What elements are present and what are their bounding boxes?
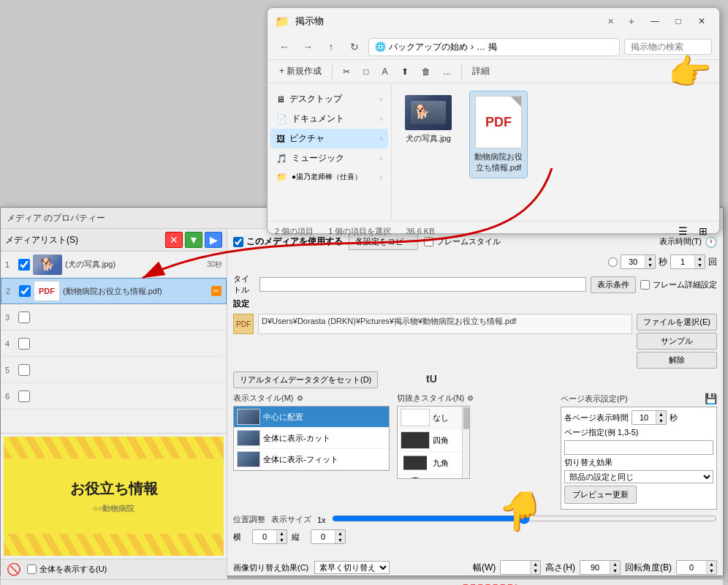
forward-btn[interactable]: → xyxy=(298,37,317,56)
row-check-5[interactable] xyxy=(18,364,30,376)
each-page-up[interactable]: ▲ xyxy=(656,411,666,418)
pos-x-down[interactable]: ▼ xyxy=(276,537,287,543)
hand-pointer-explorer: 👉 xyxy=(668,52,712,93)
cut-btn[interactable]: ✂ xyxy=(338,64,354,79)
row-check-2[interactable] xyxy=(19,285,31,297)
row-check-6[interactable] xyxy=(18,390,30,402)
status-selected: 1 個の項目を選択 xyxy=(328,226,391,237)
more-btn[interactable]: ... xyxy=(439,64,455,79)
file-select-btn[interactable]: ファイルを選択(E) xyxy=(637,314,717,331)
close-btn[interactable]: ✕ xyxy=(691,14,712,29)
address-bar[interactable]: 🌐 バックアップの始め › … 掲 xyxy=(368,38,620,56)
time-radio1 xyxy=(608,257,618,267)
img-transition-select[interactable]: 素早く切り替え xyxy=(314,561,390,574)
view-list-btn[interactable]: ☰ xyxy=(674,224,691,238)
pos-y-up[interactable]: ▲ xyxy=(335,530,345,537)
cut-circle[interactable]: 円 xyxy=(398,475,469,479)
frame-detail-checkbox[interactable] xyxy=(640,280,650,290)
sidebar-item-documents[interactable]: 📄 ドキュメント › xyxy=(270,109,388,129)
sidebar-item-music[interactable]: 🎵 ミュージック › xyxy=(270,148,388,168)
sidebar-item-extra[interactable]: 📁 ●湯乃老师棒（仕喜） › xyxy=(270,168,388,186)
back-btn[interactable]: ← xyxy=(275,37,294,56)
transition-select[interactable]: 部品の設定と同じ xyxy=(564,470,713,483)
style-cut[interactable]: 全体に表示-カット xyxy=(234,428,389,449)
display-style-icon[interactable]: ⚙ xyxy=(297,394,303,402)
width-spinner: ▲ ▼ xyxy=(500,560,541,575)
pos-x-up[interactable]: ▲ xyxy=(276,530,287,537)
each-page-down[interactable]: ▼ xyxy=(656,418,666,424)
display-size-value: 1x xyxy=(317,516,326,524)
height-up[interactable]: ▲ xyxy=(610,561,620,567)
share-btn[interactable]: ⬆ xyxy=(397,64,413,79)
width-up[interactable]: ▲ xyxy=(530,561,540,567)
tab-close-btn[interactable]: ✕ xyxy=(603,15,618,28)
display-time-input2[interactable]: 1 xyxy=(671,257,694,266)
full-display-check[interactable] xyxy=(27,565,37,574)
sidebar-item-desktop[interactable]: 🖥 デスクトップ › xyxy=(270,89,388,109)
delete-btn[interactable]: 🗑 xyxy=(417,64,435,79)
sample-btn[interactable]: サンプル xyxy=(637,333,717,350)
music-icon: 🎵 xyxy=(276,154,287,164)
height-down[interactable]: ▼ xyxy=(610,567,620,574)
up-btn[interactable]: ↑ xyxy=(322,37,341,56)
tab-add-btn[interactable]: + xyxy=(624,14,639,29)
media-item-6[interactable]: 6 xyxy=(1,383,227,410)
cut-square[interactable]: 四角 xyxy=(398,429,469,452)
minimize-btn[interactable]: — xyxy=(645,14,665,29)
move-down-btn[interactable]: ▼ xyxy=(185,232,202,248)
maximize-btn[interactable]: □ xyxy=(668,14,689,29)
row-check-3[interactable] xyxy=(18,312,30,323)
realtime-btn[interactable]: リアルタイムデータタグをセット(D) xyxy=(233,371,378,388)
text-btn[interactable]: A xyxy=(378,64,393,79)
height-input[interactable]: 90 xyxy=(580,563,610,572)
width-input[interactable] xyxy=(501,563,530,572)
new-btn[interactable]: + 新規作成 xyxy=(275,63,326,80)
pos-y-input[interactable]: 0 xyxy=(311,532,335,541)
rotation-up[interactable]: ▲ xyxy=(706,561,716,567)
row-check-1[interactable] xyxy=(18,259,30,271)
refresh-btn[interactable]: ↻ xyxy=(345,37,364,56)
play-btn[interactable]: ▶ xyxy=(205,232,222,248)
display-time-up[interactable]: ▲ xyxy=(645,255,655,262)
preview-update-btn[interactable]: プレビュー更新 xyxy=(564,486,637,504)
detail-btn[interactable]: 詳細 xyxy=(468,63,494,80)
media-item-5[interactable]: 5 xyxy=(1,357,227,383)
page-spec-input[interactable] xyxy=(564,440,713,455)
each-page-input[interactable]: 10 xyxy=(632,413,656,422)
conditions-btn[interactable]: 表示条件 xyxy=(591,276,636,293)
rotation-down[interactable]: ▼ xyxy=(706,567,716,574)
display-time-up2[interactable]: ▲ xyxy=(694,255,705,262)
pos-x-input[interactable]: 0 xyxy=(253,532,276,541)
row-check-4[interactable] xyxy=(18,338,30,350)
copy-btn[interactable]: □ xyxy=(359,64,373,79)
height-label: 高さ(H) xyxy=(545,562,575,574)
pos-y-down[interactable]: ▼ xyxy=(335,537,345,543)
time-radio-btn1[interactable] xyxy=(608,257,618,267)
width-down[interactable]: ▼ xyxy=(530,567,540,574)
cut-polygon[interactable]: 九角 xyxy=(398,452,469,475)
view-grid-btn[interactable]: ⊞ xyxy=(694,224,712,238)
file-item-dog[interactable]: 🐕 犬の写真.jpg xyxy=(399,91,458,148)
address-hint: 掲 xyxy=(488,41,497,53)
delete-media-btn[interactable]: ✕ xyxy=(165,232,183,248)
file-item-pdf[interactable]: PDF 動物病院お役立ち情報.pdf xyxy=(469,91,528,178)
media-item-2[interactable]: 2 PDF (動物病院お役立ち情報.pdf) ✏ xyxy=(1,278,227,304)
media-item-1[interactable]: 1 🐕 (犬の写真.jpg) 30秒 xyxy=(1,252,227,278)
sidebar-item-pictures[interactable]: 🖼 ピクチャ › xyxy=(270,129,388,148)
use-media-check[interactable] xyxy=(233,237,243,247)
display-time-down[interactable]: ▼ xyxy=(645,262,655,268)
cut-none-thumb xyxy=(401,409,430,426)
cut-style-icon[interactable]: ⚙ xyxy=(467,394,474,402)
cut-none[interactable]: なし xyxy=(398,407,469,429)
media-item-3[interactable]: 3 xyxy=(1,304,227,331)
rotation-input[interactable]: 0 xyxy=(677,563,706,572)
style-center[interactable]: 中心に配置 xyxy=(234,407,389,428)
scrollbar-thumb[interactable] xyxy=(463,407,469,429)
remove-btn[interactable]: 解除 xyxy=(637,352,717,369)
display-time-input[interactable]: 30 xyxy=(621,257,645,266)
style-fit[interactable]: 全体に表示-フィット xyxy=(234,449,389,470)
display-time-down2[interactable]: ▼ xyxy=(694,262,705,268)
media-item-4[interactable]: 4 xyxy=(1,331,227,357)
tu-badge: tU xyxy=(426,373,437,385)
title-input[interactable] xyxy=(259,277,586,292)
